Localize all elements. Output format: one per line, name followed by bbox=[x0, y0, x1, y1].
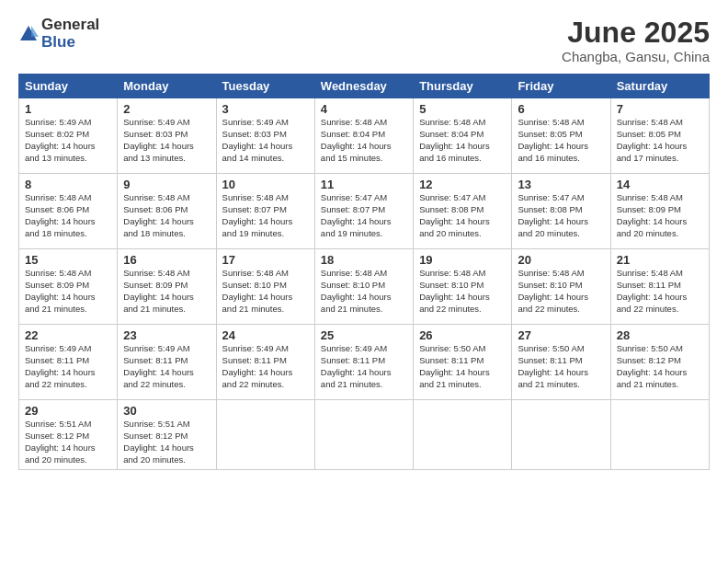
day-number: 25 bbox=[321, 328, 407, 342]
calendar-cell: 9Sunrise: 5:48 AMSunset: 8:06 PMDaylight… bbox=[118, 174, 216, 249]
day-number: 22 bbox=[25, 328, 111, 342]
day-number: 13 bbox=[518, 178, 604, 191]
weekday-header-thursday: Thursday bbox=[414, 75, 512, 98]
calendar-cell: 13Sunrise: 5:47 AMSunset: 8:08 PMDayligh… bbox=[512, 174, 610, 249]
title-area: June 2025 Changba, Gansu, China bbox=[562, 17, 710, 64]
calendar-cell: 8Sunrise: 5:48 AMSunset: 8:06 PMDaylight… bbox=[19, 174, 118, 249]
weekday-header-wednesday: Wednesday bbox=[314, 75, 413, 98]
day-number: 24 bbox=[222, 328, 309, 342]
day-number: 5 bbox=[419, 102, 506, 116]
day-info: Sunrise: 5:48 AMSunset: 8:10 PMDaylight:… bbox=[321, 268, 407, 315]
day-number: 21 bbox=[617, 253, 703, 267]
day-info: Sunrise: 5:49 AMSunset: 8:11 PMDaylight:… bbox=[123, 343, 210, 390]
calendar-cell: 20Sunrise: 5:48 AMSunset: 8:10 PMDayligh… bbox=[512, 249, 610, 325]
day-number: 2 bbox=[123, 102, 210, 116]
calendar-cell: 14Sunrise: 5:48 AMSunset: 8:09 PMDayligh… bbox=[610, 174, 709, 249]
day-number: 16 bbox=[123, 253, 210, 267]
day-info: Sunrise: 5:49 AMSunset: 8:02 PMDaylight:… bbox=[25, 117, 111, 164]
calendar-cell: 4Sunrise: 5:48 AMSunset: 8:04 PMDaylight… bbox=[314, 98, 413, 174]
day-number: 27 bbox=[518, 328, 604, 342]
day-number: 8 bbox=[25, 178, 111, 191]
calendar-cell: 15Sunrise: 5:48 AMSunset: 8:09 PMDayligh… bbox=[19, 249, 118, 325]
day-info: Sunrise: 5:49 AMSunset: 8:11 PMDaylight:… bbox=[25, 343, 111, 390]
day-number: 1 bbox=[25, 102, 111, 116]
day-number: 12 bbox=[419, 178, 506, 191]
day-info: Sunrise: 5:51 AMSunset: 8:12 PMDaylight:… bbox=[123, 419, 210, 465]
day-info: Sunrise: 5:48 AMSunset: 8:09 PMDaylight:… bbox=[123, 268, 210, 315]
calendar-cell: 16Sunrise: 5:48 AMSunset: 8:09 PMDayligh… bbox=[118, 249, 216, 325]
day-info: Sunrise: 5:50 AMSunset: 8:11 PMDaylight:… bbox=[518, 343, 604, 390]
calendar-cell: 21Sunrise: 5:48 AMSunset: 8:11 PMDayligh… bbox=[610, 249, 709, 325]
calendar-cell: 17Sunrise: 5:48 AMSunset: 8:10 PMDayligh… bbox=[216, 249, 314, 325]
calendar-cell: 26Sunrise: 5:50 AMSunset: 8:11 PMDayligh… bbox=[414, 325, 512, 400]
day-info: Sunrise: 5:49 AMSunset: 8:11 PMDaylight:… bbox=[321, 343, 407, 390]
calendar-cell: 7Sunrise: 5:48 AMSunset: 8:05 PMDaylight… bbox=[610, 98, 709, 174]
day-info: Sunrise: 5:50 AMSunset: 8:11 PMDaylight:… bbox=[419, 343, 506, 390]
day-info: Sunrise: 5:48 AMSunset: 8:10 PMDaylight:… bbox=[419, 268, 506, 315]
calendar-cell: 30Sunrise: 5:51 AMSunset: 8:12 PMDayligh… bbox=[118, 400, 216, 470]
calendar-cell bbox=[610, 400, 709, 470]
day-info: Sunrise: 5:48 AMSunset: 8:09 PMDaylight:… bbox=[617, 192, 703, 239]
calendar-cell: 3Sunrise: 5:49 AMSunset: 8:03 PMDaylight… bbox=[216, 98, 314, 174]
calendar-cell: 25Sunrise: 5:49 AMSunset: 8:11 PMDayligh… bbox=[314, 325, 413, 400]
weekday-header-saturday: Saturday bbox=[610, 75, 709, 98]
day-info: Sunrise: 5:48 AMSunset: 8:04 PMDaylight:… bbox=[321, 117, 407, 164]
week-row-5: 29Sunrise: 5:51 AMSunset: 8:12 PMDayligh… bbox=[19, 400, 710, 470]
day-info: Sunrise: 5:47 AMSunset: 8:07 PMDaylight:… bbox=[321, 192, 407, 239]
weekday-header-monday: Monday bbox=[118, 75, 216, 98]
calendar-cell: 23Sunrise: 5:49 AMSunset: 8:11 PMDayligh… bbox=[118, 325, 216, 400]
day-number: 3 bbox=[222, 102, 309, 116]
day-number: 30 bbox=[123, 404, 210, 418]
day-info: Sunrise: 5:49 AMSunset: 8:03 PMDaylight:… bbox=[222, 117, 309, 164]
calendar-table: SundayMondayTuesdayWednesdayThursdayFrid… bbox=[18, 74, 710, 470]
weekday-header-sunday: Sunday bbox=[19, 75, 118, 98]
day-info: Sunrise: 5:48 AMSunset: 8:10 PMDaylight:… bbox=[222, 268, 309, 315]
day-number: 9 bbox=[123, 178, 210, 191]
calendar-cell bbox=[314, 400, 413, 470]
week-row-3: 15Sunrise: 5:48 AMSunset: 8:09 PMDayligh… bbox=[19, 249, 710, 325]
day-info: Sunrise: 5:48 AMSunset: 8:10 PMDaylight:… bbox=[518, 268, 604, 315]
day-number: 15 bbox=[25, 253, 111, 267]
calendar-cell: 29Sunrise: 5:51 AMSunset: 8:12 PMDayligh… bbox=[19, 400, 118, 470]
day-number: 29 bbox=[25, 404, 111, 418]
week-row-2: 8Sunrise: 5:48 AMSunset: 8:06 PMDaylight… bbox=[19, 174, 710, 249]
logo-general: General bbox=[41, 17, 99, 34]
day-info: Sunrise: 5:48 AMSunset: 8:11 PMDaylight:… bbox=[617, 268, 703, 315]
day-info: Sunrise: 5:48 AMSunset: 8:04 PMDaylight:… bbox=[419, 117, 506, 164]
month-title: June 2025 bbox=[562, 17, 710, 49]
calendar-cell: 22Sunrise: 5:49 AMSunset: 8:11 PMDayligh… bbox=[19, 325, 118, 400]
header: General Blue June 2025 Changba, Gansu, C… bbox=[18, 17, 710, 64]
day-number: 6 bbox=[518, 102, 604, 116]
day-number: 28 bbox=[617, 328, 703, 342]
calendar-cell: 6Sunrise: 5:48 AMSunset: 8:05 PMDaylight… bbox=[512, 98, 610, 174]
day-number: 17 bbox=[222, 253, 309, 267]
logo: General Blue bbox=[18, 17, 99, 51]
calendar-cell: 2Sunrise: 5:49 AMSunset: 8:03 PMDaylight… bbox=[118, 98, 216, 174]
calendar-cell: 10Sunrise: 5:48 AMSunset: 8:07 PMDayligh… bbox=[216, 174, 314, 249]
logo-icon bbox=[18, 24, 39, 44]
day-info: Sunrise: 5:48 AMSunset: 8:09 PMDaylight:… bbox=[25, 268, 111, 315]
calendar-cell: 5Sunrise: 5:48 AMSunset: 8:04 PMDaylight… bbox=[414, 98, 512, 174]
day-number: 14 bbox=[617, 178, 703, 191]
day-info: Sunrise: 5:48 AMSunset: 8:05 PMDaylight:… bbox=[518, 117, 604, 164]
day-info: Sunrise: 5:50 AMSunset: 8:12 PMDaylight:… bbox=[617, 343, 703, 390]
day-number: 23 bbox=[123, 328, 210, 342]
day-info: Sunrise: 5:49 AMSunset: 8:03 PMDaylight:… bbox=[123, 117, 210, 164]
weekday-header-friday: Friday bbox=[512, 75, 610, 98]
day-info: Sunrise: 5:48 AMSunset: 8:06 PMDaylight:… bbox=[123, 192, 210, 239]
calendar-cell bbox=[512, 400, 610, 470]
day-number: 20 bbox=[518, 253, 604, 267]
page: General Blue June 2025 Changba, Gansu, C… bbox=[0, 0, 728, 563]
day-number: 18 bbox=[321, 253, 407, 267]
day-number: 7 bbox=[617, 102, 703, 116]
calendar-cell: 24Sunrise: 5:49 AMSunset: 8:11 PMDayligh… bbox=[216, 325, 314, 400]
day-number: 19 bbox=[419, 253, 506, 267]
day-info: Sunrise: 5:48 AMSunset: 8:05 PMDaylight:… bbox=[617, 117, 703, 164]
calendar-cell: 27Sunrise: 5:50 AMSunset: 8:11 PMDayligh… bbox=[512, 325, 610, 400]
day-info: Sunrise: 5:47 AMSunset: 8:08 PMDaylight:… bbox=[518, 192, 604, 239]
day-info: Sunrise: 5:49 AMSunset: 8:11 PMDaylight:… bbox=[222, 343, 309, 390]
calendar-cell: 28Sunrise: 5:50 AMSunset: 8:12 PMDayligh… bbox=[610, 325, 709, 400]
location: Changba, Gansu, China bbox=[562, 49, 710, 64]
calendar-cell: 1Sunrise: 5:49 AMSunset: 8:02 PMDaylight… bbox=[19, 98, 118, 174]
calendar-cell bbox=[414, 400, 512, 470]
